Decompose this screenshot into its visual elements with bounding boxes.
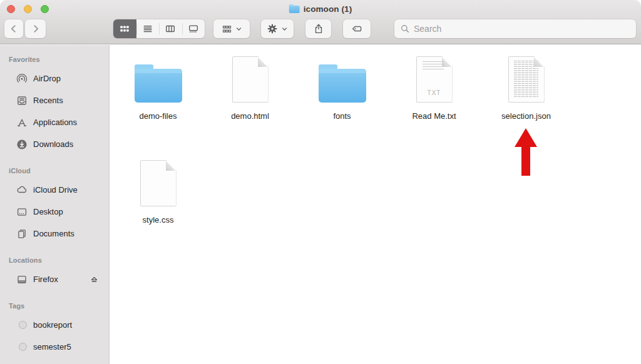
search-input[interactable] <box>414 24 630 34</box>
file-name: demo.html <box>231 111 269 121</box>
sidebar-item-icloud-drive[interactable]: iCloud Drive <box>0 179 109 201</box>
eject-icon[interactable] <box>90 275 99 284</box>
view-gallery-segment[interactable] <box>182 19 205 38</box>
cloud-icon <box>16 185 28 196</box>
documents-icon <box>16 228 28 240</box>
applications-icon <box>16 117 28 128</box>
file-grid: demo-files demo.html fonts TXT Read Me.t… <box>110 45 641 364</box>
sidebar-section-icloud: iCloud <box>0 165 109 176</box>
window-title-text: icomoon (1) <box>304 4 352 14</box>
sidebar-item-downloads[interactable]: Downloads <box>0 133 109 155</box>
tag-circle-gray-icon <box>16 341 28 353</box>
file-name: demo-files <box>140 111 177 121</box>
text-document-icon: TXT <box>416 56 453 103</box>
minimize-button[interactable] <box>24 5 32 13</box>
sidebar-item-tag-red[interactable]: Red <box>0 358 109 364</box>
column-view-icon <box>165 23 176 34</box>
search-field[interactable] <box>394 19 636 38</box>
window-chrome: icomoon (1) <box>0 0 641 44</box>
sidebar-item-airdrop[interactable]: AirDrop <box>0 68 109 89</box>
view-grid-segment[interactable] <box>113 19 136 38</box>
sidebar-item-tag-semester5[interactable]: semester5 <box>0 336 109 358</box>
zoom-button[interactable] <box>41 5 49 13</box>
airdrop-icon <box>16 73 28 84</box>
file-item-style-css[interactable]: style.css <box>112 161 204 225</box>
sidebar-item-label: bookreport <box>33 320 72 330</box>
sidebar-item-label: iCloud Drive <box>33 185 78 195</box>
file-name: Read Me.txt <box>412 111 456 121</box>
list-view-icon <box>142 23 153 34</box>
action-menu-button[interactable] <box>261 19 294 38</box>
share-button[interactable] <box>305 19 331 38</box>
file-item-demo-files[interactable]: demo-files <box>112 58 204 121</box>
gallery-view-icon <box>188 23 199 34</box>
sidebar-item-label: Desktop <box>33 207 63 216</box>
sidebar-item-tag-bookreport[interactable]: bookreport <box>0 314 109 336</box>
tag-circle-gray-icon <box>16 320 28 331</box>
red-arrow-annotation <box>515 128 537 176</box>
file-item-fonts[interactable]: fonts <box>296 58 388 121</box>
sidebar-item-label: Downloads <box>33 139 73 149</box>
sidebar-item-applications[interactable]: Applications <box>0 111 109 133</box>
chevron-right-icon <box>30 23 41 34</box>
sidebar-item-label: Recents <box>33 96 63 105</box>
file-name: style.css <box>143 215 174 225</box>
traffic-lights <box>7 5 49 13</box>
document-icon <box>140 160 177 206</box>
sidebar-item-label: Documents <box>33 229 74 238</box>
sidebar-item-documents[interactable]: Documents <box>0 223 109 245</box>
document-icon <box>232 56 269 103</box>
recents-tray-icon <box>16 95 28 106</box>
grid-view-icon <box>119 23 130 34</box>
downloads-icon <box>16 139 28 150</box>
file-item-selection-json[interactable]: selection.json <box>480 58 572 121</box>
sidebar: Favorites AirDrop Recents Applications D… <box>0 45 110 364</box>
sidebar-section-locations: Locations <box>0 255 109 266</box>
view-list-segment[interactable] <box>136 19 160 38</box>
finder-window: icomoon (1) <box>0 0 641 364</box>
close-button[interactable] <box>7 5 15 13</box>
window-title: icomoon (1) <box>289 3 352 14</box>
dense-text-document-icon <box>508 56 545 103</box>
sidebar-item-desktop[interactable]: Desktop <box>0 201 109 223</box>
view-switcher <box>113 19 205 38</box>
group-by-button[interactable] <box>213 19 250 38</box>
sidebar-item-label: Firefox <box>33 275 58 284</box>
forward-button[interactable] <box>25 19 46 38</box>
file-item-read-me-txt[interactable]: TXT Read Me.txt <box>388 58 480 121</box>
file-item-demo-html[interactable]: demo.html <box>204 58 296 121</box>
folder-icon <box>135 69 182 103</box>
sidebar-item-label: semester5 <box>33 342 71 351</box>
file-name: fonts <box>333 111 351 121</box>
view-columns-segment[interactable] <box>159 19 182 38</box>
external-drive-icon <box>16 274 28 285</box>
tag-icon <box>351 23 363 35</box>
gear-icon <box>267 23 278 34</box>
file-name: selection.json <box>501 111 551 121</box>
sidebar-item-label: Applications <box>33 118 77 127</box>
tag-button[interactable] <box>343 19 371 38</box>
group-by-icon <box>222 24 232 34</box>
folder-proxy-icon[interactable] <box>289 6 300 13</box>
desktop-icon <box>16 206 28 218</box>
chevron-down-icon <box>235 26 242 33</box>
sidebar-section-tags: Tags <box>0 300 109 311</box>
folder-icon <box>319 69 366 103</box>
sidebar-item-firefox[interactable]: Firefox <box>0 268 109 290</box>
txt-badge: TXT <box>417 89 452 96</box>
search-icon <box>400 24 410 34</box>
sidebar-item-label: AirDrop <box>33 74 61 83</box>
sidebar-item-recents[interactable]: Recents <box>0 89 109 111</box>
share-icon <box>313 23 324 34</box>
sidebar-section-favorites: Favorites <box>0 54 109 65</box>
chevron-left-icon <box>8 23 19 34</box>
chevron-down-icon <box>281 26 288 33</box>
back-button[interactable] <box>4 19 23 38</box>
